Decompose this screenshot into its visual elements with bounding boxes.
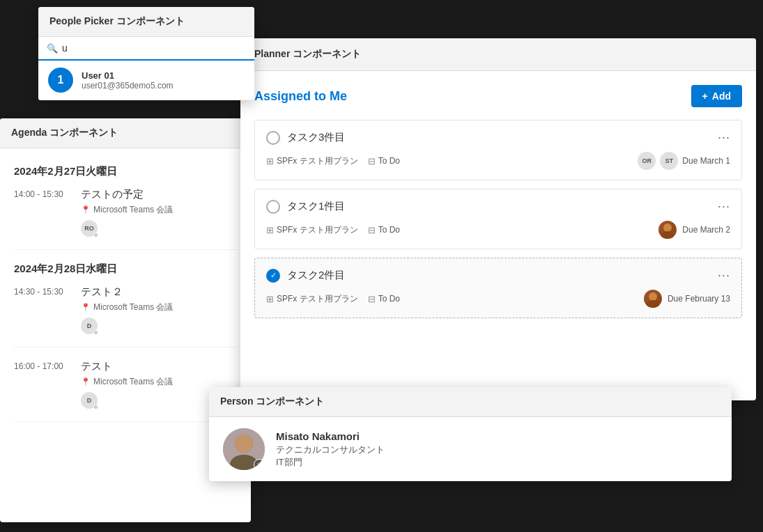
task-menu-3[interactable]: ···: [718, 268, 730, 283]
person-panel: Person コンポーネント × Misato Nakamori テクニカルコン…: [209, 387, 732, 481]
planner-panel: Planner コンポーネント Assigned to Me + Add タスク…: [240, 38, 756, 400]
task-card-3: ✓ タスク2件目 ··· ⊞ SPFx テスト用プラン ⊟ To Do Due: [254, 258, 742, 318]
event-time-2: 14:30 - 15:30: [14, 285, 70, 334]
task-bucket-2: ⊟ To Do: [368, 225, 400, 235]
due-date-2: Due March 2: [682, 225, 730, 235]
user-email: user01@365demo5.com: [82, 81, 174, 91]
avatar-number: 1: [58, 74, 64, 86]
task-checkbox-1[interactable]: [266, 131, 280, 145]
people-picker-title: People Picker コンポーネント: [38, 7, 254, 37]
task-name-1: タスク3件目: [287, 131, 711, 144]
bucket-icon-2: ⊟: [368, 225, 376, 235]
attendee-dot: [93, 233, 98, 237]
task-menu-1[interactable]: ···: [718, 130, 730, 145]
event-location-2: 📍 Microsoft Teams 会議: [81, 302, 237, 313]
badge-or: OR: [638, 152, 656, 170]
bucket-icon-1: ⊟: [368, 156, 376, 166]
task-meta-3: ⊞ SPFx テスト用プラン ⊟ To Do Due February 13: [266, 290, 730, 308]
location-icon-3: 📍: [81, 377, 91, 386]
add-label: Add: [712, 91, 731, 102]
attendee-dot-2: [93, 330, 98, 335]
event-time-3: 16:00 - 17:00: [14, 360, 70, 409]
svg-point-0: [663, 224, 672, 232]
task-card-2: タスク1件目 ··· ⊞ SPFx テスト用プラン ⊟ To Do Due Ma…: [254, 189, 742, 249]
due-date-3: Due February 13: [668, 294, 730, 304]
plan-icon-2: ⊞: [266, 225, 274, 235]
svg-point-1: [661, 231, 674, 239]
add-icon: +: [702, 91, 708, 102]
person-role: テクニカルコンサルタント: [276, 444, 718, 456]
due-date-1: Due March 1: [682, 156, 730, 166]
bucket-icon-3: ⊟: [368, 294, 376, 304]
plan-icon-1: ⊞: [266, 156, 274, 166]
plan-icon-3: ⊞: [266, 294, 274, 304]
user-name: User 01: [82, 70, 174, 81]
task-plan-1: ⊞ SPFx テスト用プラン: [266, 155, 358, 167]
task-top-1: タスク3件目 ···: [266, 130, 730, 145]
svg-point-7: [235, 435, 253, 453]
planner-header: Planner コンポーネント: [240, 38, 756, 71]
user-avatar: 1: [48, 68, 73, 93]
location-icon-1: 📍: [81, 205, 91, 214]
task-bucket-3: ⊟ To Do: [368, 294, 400, 304]
agenda-date-2: 2024年2月28日水曜日: [14, 263, 237, 276]
task-meta-2: ⊞ SPFx テスト用プラン ⊟ To Do Due March 2: [266, 221, 730, 239]
event-title-1: テストの予定: [81, 188, 237, 201]
task-bucket-1: ⊟ To Do: [368, 156, 400, 166]
svg-point-2: [649, 292, 657, 301]
attendee-bubble: RO: [81, 220, 98, 237]
task-meta-1: ⊞ SPFx テスト用プラン ⊟ To Do OR ST Due March 1: [266, 152, 730, 170]
agenda-event-3: 16:00 - 17:00 テスト 📍 Microsoft Teams 会議 D: [14, 360, 237, 422]
agenda-title: Agenda コンポーネント: [0, 118, 251, 148]
svg-point-3: [647, 300, 659, 308]
badge-st: ST: [660, 152, 678, 170]
task-top-3: ✓ タスク2件目 ···: [266, 268, 730, 283]
avatar-close-icon[interactable]: ×: [254, 459, 265, 470]
person-badge-2: [658, 221, 677, 239]
task-plan-2: ⊞ SPFx テスト用プラン: [266, 224, 358, 236]
agenda-event-2: 14:30 - 15:30 テスト２ 📍 Microsoft Teams 会議 …: [14, 285, 237, 347]
event-title-2: テスト２: [81, 285, 237, 299]
user-result-item[interactable]: 1 User 01 user01@365demo5.com: [38, 61, 254, 100]
attendee-avatars-2: D: [81, 318, 237, 334]
task-top-2: タスク1件目 ···: [266, 199, 730, 214]
event-location-1: 📍 Microsoft Teams 会議: [81, 204, 237, 216]
event-details-2: テスト２ 📍 Microsoft Teams 会議 D: [81, 285, 237, 334]
location-icon-2: 📍: [81, 303, 91, 312]
event-location-3: 📍 Microsoft Teams 会議: [81, 376, 237, 388]
planner-body: Assigned to Me + Add タスク3件目 ··· ⊞ SPFx テ…: [240, 71, 756, 318]
task-name-2: タスク1件目: [287, 200, 711, 213]
event-details-1: テストの予定 📍 Microsoft Teams 会議 RO: [81, 188, 237, 237]
person-panel-title: Person コンポーネント: [209, 387, 732, 417]
search-input[interactable]: [62, 42, 246, 54]
person-department: IT部門: [276, 456, 718, 469]
assigned-to-me-title: Assigned to Me: [254, 89, 347, 104]
attendee-bubble-d: D: [81, 318, 98, 334]
person-avatar: ×: [223, 428, 265, 470]
planner-title: Planner コンポーネント: [254, 48, 361, 61]
attendee-bubble-d2: D: [81, 392, 98, 409]
task-menu-2[interactable]: ···: [718, 199, 730, 214]
agenda-event-1: 14:00 - 15:30 テストの予定 📍 Microsoft Teams 会…: [14, 188, 237, 250]
user-info: User 01 user01@365demo5.com: [82, 70, 174, 91]
add-button[interactable]: + Add: [691, 85, 742, 107]
people-picker-panel: People Picker コンポーネント 🔍 1 User 01 user01…: [38, 7, 254, 100]
section-header: Assigned to Me + Add: [254, 85, 742, 107]
task-card-1: タスク3件目 ··· ⊞ SPFx テスト用プラン ⊟ To Do OR ST …: [254, 120, 742, 180]
person-name: Misato Nakamori: [276, 430, 718, 442]
person-badge-3: [644, 290, 662, 308]
search-icon: 🔍: [47, 43, 58, 54]
task-name-3: タスク2件目: [287, 269, 711, 282]
event-title-3: テスト: [81, 360, 237, 373]
task-plan-3: ⊞ SPFx テスト用プラン: [266, 293, 358, 305]
agenda-date-1: 2024年2月27日火曜日: [14, 165, 237, 178]
search-box: 🔍: [38, 37, 254, 61]
task-checkbox-3[interactable]: ✓: [266, 269, 280, 283]
attendee-dot-3: [93, 405, 98, 409]
person-details: Misato Nakamori テクニカルコンサルタント IT部門: [276, 430, 718, 469]
task-checkbox-2[interactable]: [266, 200, 280, 214]
person-body: × Misato Nakamori テクニカルコンサルタント IT部門: [209, 417, 732, 481]
attendee-avatars-1: RO: [81, 220, 237, 237]
event-time-1: 14:00 - 15:30: [14, 188, 70, 237]
